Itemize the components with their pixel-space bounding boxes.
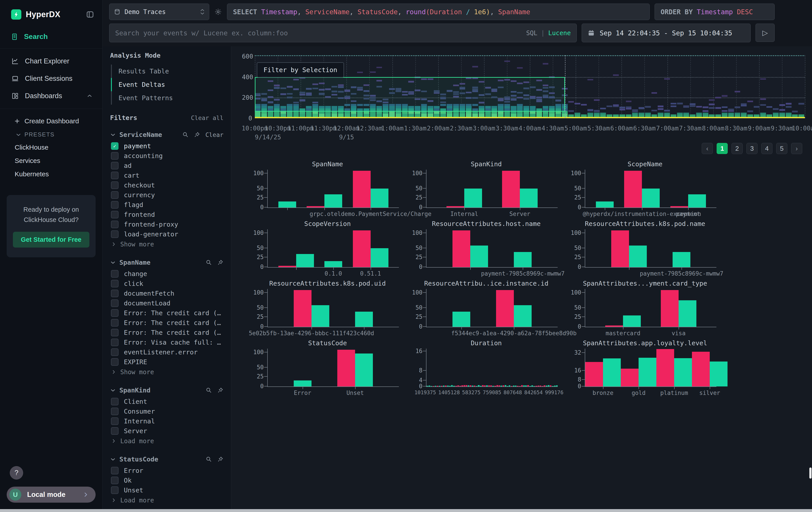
- checkbox[interactable]: [111, 211, 118, 218]
- pin-icon[interactable]: [217, 456, 224, 462]
- source-select[interactable]: Demo Traces: [109, 4, 209, 20]
- show-more-button[interactable]: Show more: [110, 239, 224, 249]
- bar-inlier[interactable]: [624, 171, 642, 208]
- bar-outlier[interactable]: [514, 252, 532, 267]
- filter-option[interactable]: Client: [110, 397, 224, 406]
- search-icon[interactable]: [182, 132, 188, 138]
- date-range-picker[interactable]: Sep 14 22:04:35 - Sep 15 10:04:35: [582, 24, 751, 42]
- select-clause-input[interactable]: SELECT Timestamp, ServiceName, StatusCod…: [227, 4, 650, 20]
- pin-icon[interactable]: [217, 387, 224, 393]
- bar-outlier[interactable]: [371, 248, 388, 267]
- checkbox[interactable]: [111, 152, 118, 160]
- preset-dashboard-clickhouse[interactable]: ClickHouse: [0, 141, 102, 154]
- bar-inlier[interactable]: [353, 171, 371, 208]
- pin-icon[interactable]: [217, 259, 224, 266]
- bar-inlier[interactable]: [611, 231, 629, 267]
- analysis-mode-event-deltas[interactable]: Event Deltas: [111, 78, 224, 91]
- clear-all-filters-button[interactable]: Clear all: [191, 114, 224, 121]
- bar-outlier[interactable]: [639, 358, 656, 386]
- filter-option[interactable]: Error: Visa cache full: …: [110, 338, 224, 347]
- bar-inlier[interactable]: [605, 325, 623, 327]
- filter-option[interactable]: checkout: [110, 180, 224, 190]
- sidebar-item-search[interactable]: Search: [0, 20, 102, 48]
- checkbox[interactable]: [111, 201, 118, 209]
- presets-toggle[interactable]: PRESETS: [0, 128, 102, 141]
- filter-option[interactable]: documentLoad: [110, 298, 224, 308]
- checkbox[interactable]: [111, 162, 118, 169]
- checkbox[interactable]: [111, 467, 118, 475]
- bar-outlier[interactable]: [688, 194, 706, 208]
- bar-outlier[interactable]: [464, 189, 482, 208]
- clear-filter-button[interactable]: Clear: [205, 131, 224, 138]
- local-mode-menu[interactable]: U Local mode: [7, 487, 96, 503]
- bar-outlier[interactable]: [603, 358, 621, 386]
- get-started-button[interactable]: Get Started for Free: [13, 232, 89, 247]
- pagination-page-2[interactable]: 2: [731, 143, 743, 154]
- filter-option[interactable]: Ok: [110, 476, 224, 485]
- checkbox[interactable]: [111, 339, 118, 346]
- checkbox[interactable]: [111, 182, 118, 189]
- filter-option[interactable]: Error: The credit card (…: [110, 318, 224, 328]
- sidebar-item-chart-explorer[interactable]: Chart Explorer: [0, 53, 102, 70]
- search-input[interactable]: [109, 29, 577, 37]
- filter-option[interactable]: Error: [110, 466, 224, 476]
- pagination-page-4[interactable]: 4: [761, 143, 773, 154]
- checkbox[interactable]: [111, 348, 118, 356]
- filter-option[interactable]: documentFetch: [110, 289, 224, 298]
- filter-option[interactable]: change: [110, 269, 224, 279]
- bar-inlier[interactable]: [661, 290, 678, 327]
- filter-option[interactable]: EXPIRE: [110, 357, 224, 367]
- filter-option[interactable]: currency: [110, 190, 224, 200]
- filter-option[interactable]: ✓payment: [110, 141, 224, 151]
- sidebar-item-dashboards[interactable]: Dashboards: [0, 87, 102, 105]
- bar-inlier[interactable]: [585, 362, 603, 387]
- analysis-mode-event-patterns[interactable]: Event Patterns: [111, 91, 224, 105]
- search-icon[interactable]: [206, 387, 212, 393]
- filter-option[interactable]: click: [110, 279, 224, 289]
- search-icon[interactable]: [206, 259, 212, 266]
- sql-toggle[interactable]: SQL: [526, 29, 538, 37]
- bar-inlier[interactable]: [692, 352, 710, 386]
- bar-outlier[interactable]: [324, 261, 342, 267]
- filter-option[interactable]: Internal: [110, 416, 224, 426]
- bar-outlier[interactable]: [520, 189, 538, 208]
- selection-rectangle[interactable]: [255, 77, 565, 111]
- order-by-input[interactable]: ORDER BY Timestamp DESC: [655, 4, 775, 20]
- filter-option[interactable]: Error: The credit card (…: [110, 328, 224, 338]
- filter-option[interactable]: ad: [110, 161, 224, 170]
- bar-outlier[interactable]: [296, 254, 314, 267]
- checkbox[interactable]: [111, 477, 118, 484]
- checkbox[interactable]: [111, 358, 118, 366]
- pagination-page-1[interactable]: 1: [717, 143, 728, 154]
- checkbox[interactable]: [111, 221, 118, 228]
- checkbox[interactable]: [111, 408, 118, 415]
- checkbox[interactable]: [111, 319, 118, 327]
- filter-option[interactable]: frontend-proxy: [110, 219, 224, 229]
- bar-outlier[interactable]: [294, 380, 312, 386]
- bar-inlier[interactable]: [496, 290, 514, 327]
- lucene-toggle[interactable]: Lucene: [548, 29, 571, 37]
- filter-option[interactable]: load-generator: [110, 229, 224, 239]
- bar-outlier[interactable]: [514, 305, 532, 327]
- checkbox[interactable]: [111, 231, 118, 238]
- show-more-button[interactable]: Load more: [110, 436, 224, 446]
- filter-group-header[interactable]: SpanKind: [110, 386, 224, 394]
- checkbox[interactable]: [111, 172, 118, 179]
- search-icon[interactable]: [206, 456, 212, 462]
- bar-outlier[interactable]: [623, 316, 641, 327]
- analysis-mode-results-table[interactable]: Results Table: [111, 64, 224, 78]
- bar-outlier[interactable]: [355, 353, 373, 386]
- filter-option[interactable]: Server: [110, 426, 224, 436]
- run-query-button[interactable]: ▷: [756, 24, 775, 42]
- filter-option[interactable]: frontend: [110, 210, 224, 219]
- bar-outlier[interactable]: [642, 189, 660, 208]
- bar-inlier[interactable]: [446, 206, 464, 208]
- filter-by-selection-button[interactable]: Filter by Selection: [257, 62, 344, 78]
- filter-option[interactable]: accounting: [110, 151, 224, 161]
- bar-outlier[interactable]: [324, 194, 342, 208]
- bar-inlier[interactable]: [337, 350, 355, 386]
- checkbox[interactable]: [111, 486, 118, 494]
- preset-dashboard-kubernetes[interactable]: Kubernetes: [0, 167, 102, 181]
- bar-outlier[interactable]: [470, 246, 488, 267]
- horizontal-scrollbar[interactable]: [0, 509, 812, 512]
